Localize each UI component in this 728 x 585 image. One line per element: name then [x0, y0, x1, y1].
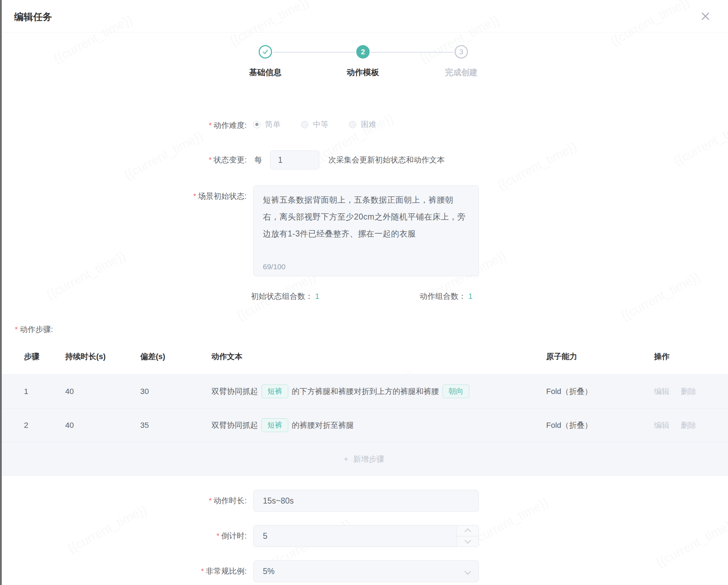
slot-tag: 短裤	[261, 418, 288, 432]
required-asterisk: *	[209, 496, 212, 505]
page-left-edge	[0, 0, 2, 585]
delete-link[interactable]: 删除	[681, 420, 696, 431]
countdown-input[interactable]: 5	[253, 525, 479, 547]
step-number-badge: 2	[356, 45, 370, 58]
col-header-offset: 偏差(s)	[140, 351, 211, 362]
chevron-up-icon	[464, 528, 471, 535]
radio-label: 中等	[313, 119, 328, 130]
unusual-ratio-select[interactable]: 5%	[253, 560, 479, 582]
scene-initial-state-label: *场景初始状态:	[0, 191, 247, 202]
cell-action-text: 双臂协同抓起短裤的下方裤腿和裤腰对折到上方的裤腿和裤腰朝向	[211, 384, 546, 398]
unusual-ratio-row: *非常规比例: 5%	[0, 560, 728, 582]
radio-option-medium[interactable]: 中等	[301, 119, 328, 130]
action-duration-row: *动作时长: 15s~80s	[0, 490, 728, 512]
cell-atomic-ability: Fold（折叠）	[546, 386, 654, 397]
action-duration-label: *动作时长:	[0, 490, 247, 512]
countdown-label: *倒计时:	[0, 525, 247, 547]
state-change-count-input[interactable]: 1	[270, 150, 319, 170]
step-label-basic-info: 基础信息	[249, 67, 282, 78]
step-number-badge: 3	[455, 45, 468, 58]
cell-action-text: 双臂协同抓起短裤的裤腰对折至裤腿	[211, 418, 546, 432]
difficulty-radio-group: 简单 中等 困难	[253, 119, 376, 130]
stepper-step-basic-info: 基础信息	[220, 45, 311, 78]
unusual-ratio-label: *非常规比例:	[0, 560, 247, 582]
action-steps-section-label: *动作步骤:	[15, 324, 53, 335]
step-label-action-template: 动作模板	[347, 67, 379, 78]
table-row: 24035双臂协同抓起短裤的裤腰对折至裤腿Fold（折叠）编辑删除	[0, 408, 728, 442]
dialog-title: 编辑任务	[14, 11, 52, 23]
col-header-action-text: 动作文本	[211, 351, 546, 362]
stepper-increase-button[interactable]	[457, 525, 479, 536]
state-change-label: *状态变更:	[0, 150, 247, 170]
cell-duration: 40	[65, 421, 140, 430]
col-header-duration: 持续时长(s)	[65, 351, 140, 362]
action-combo-count: 动作组合数：1	[420, 291, 473, 302]
cell-step: 1	[24, 387, 65, 396]
difficulty-label: *动作难度:	[0, 120, 247, 131]
difficulty-field-row: *动作难度: 简单 中等 困难	[0, 119, 728, 130]
unusual-ratio-value: 5%	[263, 567, 274, 576]
action-text-segment: 双臂协同抓起	[211, 420, 258, 431]
required-asterisk: *	[193, 192, 196, 201]
radio-label: 困难	[361, 119, 376, 130]
dialog-header: 编辑任务	[0, 0, 728, 32]
step-label-finish: 完成创建	[445, 67, 477, 78]
cell-duration: 40	[65, 387, 140, 396]
number-stepper	[457, 525, 479, 547]
character-counter: 69/100	[263, 263, 285, 271]
stepper-decrease-button[interactable]	[457, 536, 479, 547]
state-change-field-row: *状态变更: 每 1 次采集会更新初始状态和动作文本	[0, 150, 728, 170]
edit-link[interactable]: 编辑	[654, 386, 670, 397]
cell-step: 2	[24, 421, 65, 430]
cell-offset: 35	[140, 421, 211, 430]
slot-tag: 短裤	[261, 384, 288, 398]
radio-option-easy[interactable]: 简单	[253, 119, 280, 130]
required-asterisk: *	[15, 325, 18, 334]
cell-operations: 编辑删除	[654, 420, 728, 431]
step-done-check-icon	[259, 45, 272, 58]
chevron-down-icon	[464, 537, 471, 543]
required-asterisk: *	[209, 155, 212, 164]
countdown-value: 5	[263, 531, 267, 541]
radio-option-hard[interactable]: 困难	[349, 119, 376, 130]
required-asterisk: *	[216, 531, 220, 540]
col-header-operations: 操作	[654, 351, 728, 362]
plus-icon: +	[344, 455, 348, 464]
action-text-segment: 双臂协同抓起	[211, 386, 258, 397]
radio-icon-selected	[253, 121, 260, 128]
action-combo-value: 1	[468, 292, 473, 301]
steps-table-header: 步骤 持续时长(s) 偏差(s) 动作文本 原子能力 操作	[0, 347, 728, 366]
radio-label: 简单	[265, 119, 280, 130]
required-asterisk: *	[201, 567, 204, 575]
radio-icon	[349, 121, 356, 128]
state-change-suffix: 次采集会更新初始状态和动作文本	[328, 150, 445, 170]
col-header-step: 步骤	[24, 351, 65, 362]
required-asterisk: *	[209, 121, 212, 130]
delete-link[interactable]: 删除	[681, 386, 696, 397]
add-step-label: 新增步骤	[353, 454, 384, 464]
countdown-row: *倒计时: 5	[0, 525, 728, 547]
close-icon	[700, 11, 711, 21]
edit-link[interactable]: 编辑	[654, 420, 670, 431]
stepper-step-finish: 3 完成创建	[415, 45, 507, 78]
action-text-segment: 的下方裤腿和裤腰对折到上方的裤腿和裤腰	[292, 386, 439, 397]
action-duration-input[interactable]: 15s~80s	[253, 490, 479, 512]
chevron-down-icon	[464, 568, 471, 574]
action-text-segment: 的裤腰对折至裤腿	[292, 420, 354, 431]
slot-tag: 朝向	[443, 384, 469, 398]
initial-state-combo-count: 初始状态组合数：1	[251, 291, 319, 302]
cell-operations: 编辑删除	[654, 386, 728, 397]
combination-counts-row: 初始状态组合数：1 动作组合数：1	[0, 291, 728, 302]
close-button[interactable]	[698, 9, 712, 23]
steps-table-body: 14030双臂协同抓起短裤的下方裤腿和裤腰对折到上方的裤腿和裤腰朝向Fold（折…	[0, 374, 728, 476]
radio-icon	[301, 121, 308, 128]
stepper-step-action-template: 2 动作模板	[317, 45, 409, 78]
scene-initial-state-value: 短裤五条数据背面朝上，五条数据正面朝上，裤腰朝右，离头部视野下方至少20cm之外…	[263, 191, 469, 242]
scene-initial-state-textarea[interactable]: 短裤五条数据背面朝上，五条数据正面朝上，裤腰朝右，离头部视野下方至少20cm之外…	[253, 185, 479, 276]
table-row: 14030双臂协同抓起短裤的下方裤腿和裤腰对折到上方的裤腿和裤腰朝向Fold（折…	[0, 375, 728, 408]
scene-initial-state-row: *场景初始状态: 短裤五条数据背面朝上，五条数据正面朝上，裤腰朝右，离头部视野下…	[0, 185, 728, 277]
cell-atomic-ability: Fold（折叠）	[546, 420, 654, 431]
add-step-button[interactable]: + 新增步骤	[0, 442, 728, 476]
col-header-atomic-ability: 原子能力	[546, 351, 654, 362]
state-change-prefix: 每	[254, 150, 262, 170]
